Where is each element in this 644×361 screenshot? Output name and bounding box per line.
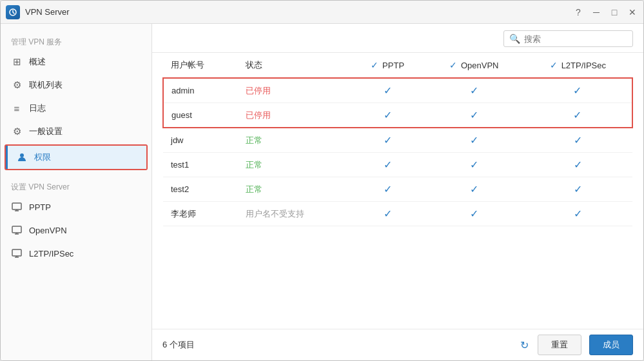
- sidebar-item-label: L2TP/IPSec: [29, 249, 73, 259]
- cell-pptp[interactable]: ✓: [350, 153, 424, 177]
- cell-pptp[interactable]: ✓: [350, 128, 424, 153]
- check-icon: ✓: [470, 208, 478, 219]
- table-row[interactable]: test1正常✓✓✓: [163, 153, 632, 177]
- sidebar-item-label: 日志: [29, 102, 46, 114]
- table-row[interactable]: test2正常✓✓✓: [163, 177, 632, 202]
- l2tp-header-check[interactable]: ✓: [550, 60, 558, 70]
- footer-count: 6 个项目: [162, 339, 195, 351]
- main-toolbar: 🔍: [152, 24, 643, 53]
- cell-status: 正常: [238, 153, 351, 177]
- sidebar-item-pptp[interactable]: PPTP: [1, 195, 151, 219]
- confirm-button[interactable]: 成员: [589, 335, 633, 355]
- search-container: 🔍: [503, 30, 633, 47]
- cell-l2tp[interactable]: ✓: [523, 202, 632, 226]
- cell-pptp[interactable]: ✓: [350, 103, 424, 128]
- manage-section-title: 管理 VPN 服务: [1, 32, 151, 50]
- cell-username: jdw: [163, 128, 238, 153]
- cell-openvpn[interactable]: ✓: [425, 128, 523, 153]
- cell-username: test2: [163, 177, 238, 202]
- cell-username: 李老师: [163, 202, 238, 226]
- cell-status: 正常: [238, 177, 351, 202]
- user-icon: [16, 151, 28, 163]
- reset-button[interactable]: 重置: [538, 335, 581, 355]
- cell-status: 正常: [238, 128, 351, 153]
- cell-status: 已停用: [238, 78, 351, 103]
- grid-icon: ⊞: [11, 56, 23, 68]
- sidebar-item-label: OpenVPN: [29, 226, 67, 235]
- table-container: 用户帐号 状态 ✓ PPTP: [152, 53, 643, 329]
- sidebar-item-l2tp[interactable]: L2TP/IPSec: [1, 242, 151, 265]
- table-row[interactable]: 李老师用户名不受支持✓✓✓: [163, 202, 632, 226]
- search-input[interactable]: [524, 34, 627, 44]
- cell-status: 已停用: [238, 103, 351, 128]
- cell-l2tp[interactable]: ✓: [523, 78, 632, 103]
- check-icon: ✓: [574, 184, 582, 195]
- search-icon: 🔍: [509, 34, 520, 44]
- check-icon: ✓: [384, 159, 392, 170]
- cell-openvpn[interactable]: ✓: [425, 103, 523, 128]
- table-row[interactable]: admin已停用✓✓✓: [163, 78, 632, 103]
- users-table: 用户帐号 状态 ✓ PPTP: [162, 53, 633, 226]
- titlebar: VPN Server ? ─ □ ✕: [1, 1, 643, 24]
- check-icon: ✓: [573, 110, 581, 121]
- cell-username: admin: [163, 78, 238, 103]
- sidebar-item-label: 联机列表: [29, 79, 63, 91]
- cell-username: guest: [163, 103, 238, 128]
- close-button[interactable]: ✕: [627, 6, 638, 18]
- table-row[interactable]: jdw正常✓✓✓: [163, 128, 632, 153]
- svg-rect-5: [12, 226, 21, 233]
- monitor-pptp-icon: [11, 201, 23, 213]
- maximize-button[interactable]: □: [609, 6, 620, 18]
- minimize-button[interactable]: ─: [590, 6, 602, 18]
- svg-rect-8: [12, 249, 21, 256]
- check-icon: ✓: [574, 135, 582, 146]
- vpn-server-window: VPN Server ? ─ □ ✕ 管理 VPN 服务 ⊞ 概述 ⚙ 联机列表…: [0, 0, 644, 361]
- cell-l2tp[interactable]: ✓: [523, 128, 632, 153]
- monitor-l2tp-icon: [11, 248, 23, 259]
- sidebar-item-peer-list[interactable]: ⚙ 联机列表: [1, 73, 151, 97]
- gear-icon: ⚙: [11, 126, 23, 137]
- main-footer: 6 个项目 ↻ 重置 成员: [152, 329, 643, 360]
- col-pptp: ✓ PPTP: [350, 53, 424, 78]
- list-icon: ≡: [11, 102, 23, 114]
- cell-pptp[interactable]: ✓: [350, 78, 424, 103]
- table-header-row: 用户帐号 状态 ✓ PPTP: [163, 53, 632, 78]
- check-icon: ✓: [384, 208, 392, 219]
- cell-openvpn[interactable]: ✓: [425, 78, 523, 103]
- refresh-button[interactable]: ↻: [519, 338, 530, 353]
- sidebar-item-overview[interactable]: ⊞ 概述: [1, 50, 151, 73]
- sidebar-item-privilege[interactable]: 权限: [6, 146, 146, 169]
- setup-section-title: 设置 VPN Server: [1, 177, 151, 195]
- cell-openvpn[interactable]: ✓: [425, 177, 523, 202]
- cell-l2tp[interactable]: ✓: [523, 177, 632, 202]
- app-icon: [6, 5, 20, 19]
- svg-point-1: [20, 153, 24, 157]
- col-l2tp: ✓ L2TP/IPSec: [523, 53, 632, 78]
- openvpn-header-check[interactable]: ✓: [449, 60, 457, 70]
- sidebar-item-label: PPTP: [29, 202, 51, 212]
- check-icon: ✓: [384, 135, 392, 146]
- check-icon: ✓: [470, 159, 478, 170]
- titlebar-left: VPN Server: [6, 5, 70, 19]
- cell-openvpn[interactable]: ✓: [425, 202, 523, 226]
- check-icon: ✓: [384, 184, 392, 195]
- sidebar-item-log[interactable]: ≡ 日志: [1, 97, 151, 120]
- cell-status: 用户名不受支持: [238, 202, 351, 226]
- titlebar-controls: ? ─ □ ✕: [572, 6, 638, 18]
- sidebar-item-openvpn[interactable]: OpenVPN: [1, 219, 151, 242]
- cell-username: test1: [163, 153, 238, 177]
- content-area: 管理 VPN 服务 ⊞ 概述 ⚙ 联机列表 ≡ 日志 ⚙ 一般设置: [1, 24, 643, 360]
- svg-rect-2: [12, 203, 21, 210]
- check-icon: ✓: [384, 110, 392, 121]
- cell-l2tp[interactable]: ✓: [523, 153, 632, 177]
- pptp-header-check[interactable]: ✓: [371, 60, 378, 70]
- sidebar-item-label: 权限: [34, 151, 51, 163]
- cell-pptp[interactable]: ✓: [350, 202, 424, 226]
- table-row[interactable]: guest已停用✓✓✓: [163, 103, 632, 128]
- sidebar-item-general[interactable]: ⚙ 一般设置: [1, 120, 151, 143]
- help-button[interactable]: ?: [572, 6, 584, 18]
- col-status: 状态: [238, 53, 351, 78]
- cell-l2tp[interactable]: ✓: [523, 103, 632, 128]
- cell-pptp[interactable]: ✓: [350, 177, 424, 202]
- cell-openvpn[interactable]: ✓: [425, 153, 523, 177]
